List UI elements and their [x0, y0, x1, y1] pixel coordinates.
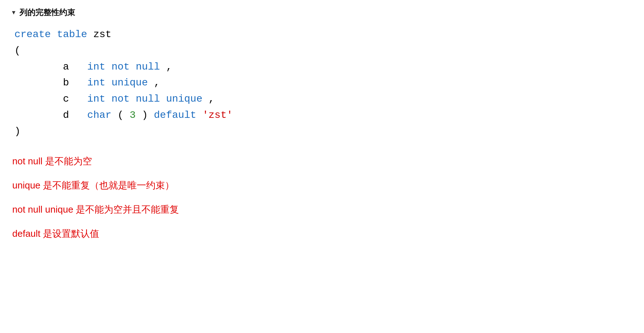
description-item-2: unique 是不能重复（也就是唯一约束） [12, 178, 633, 192]
code-line-3: a int not null , [14, 59, 633, 75]
code-line-7: ) [14, 124, 633, 140]
chevron-icon: ▼ [11, 9, 17, 16]
keyword-not-a: not [111, 61, 130, 72]
keyword-default-d: default [154, 110, 197, 121]
desc-keyword-3: not null unique 是不能为空并且不能重复 [12, 204, 179, 215]
keyword-int-a: int [87, 61, 105, 72]
code-line-2: ( [14, 43, 633, 59]
keyword-null-c: null [136, 93, 160, 105]
keyword-table: table [57, 29, 87, 40]
code-line-6: d char ( 3 ) default 'zst' [14, 107, 633, 124]
code-number-3: 3 [130, 110, 136, 121]
description-item-3: not null unique 是不能为空并且不能重复 [12, 203, 633, 217]
keyword-unique-c: unique [166, 93, 202, 105]
keyword-create: create [14, 29, 51, 40]
keyword-int-b: int [87, 77, 105, 88]
code-line-4: b int unique , [14, 75, 633, 91]
code-line-5: c int not null unique , [14, 91, 633, 107]
description-section: not null 是不能为空 unique 是不能重复（也就是唯一约束） not… [11, 154, 633, 241]
desc-keyword-1: not null 是不能为空 [12, 156, 92, 166]
code-line-1: create table zst [14, 27, 633, 43]
code-block: create table zst ( a int not null , b in… [11, 27, 633, 140]
keyword-int-c: int [87, 93, 105, 105]
section-header: ▼ 列的完整性约束 [11, 7, 633, 18]
section-title: 列的完整性约束 [19, 7, 75, 18]
description-item-1: not null 是不能为空 [12, 154, 633, 168]
keyword-null-a: null [136, 61, 160, 72]
desc-keyword-2: unique 是不能重复（也就是唯一约束） [12, 180, 174, 191]
code-string-zst: 'zst' [202, 110, 233, 121]
keyword-unique-b: unique [111, 77, 148, 88]
keyword-not-c: not [111, 93, 130, 105]
description-item-4: default 是设置默认值 [12, 227, 633, 241]
keyword-char-d: char [87, 110, 111, 121]
desc-keyword-4: default 是设置默认值 [12, 228, 99, 239]
